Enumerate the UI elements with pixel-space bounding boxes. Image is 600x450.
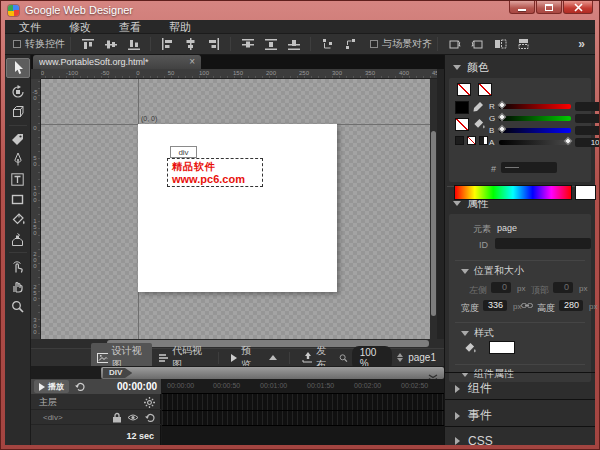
toolbar-overflow-button[interactable]: »: [578, 37, 585, 51]
color-spectrum-bar[interactable]: [454, 185, 572, 200]
breadcrumb-node-div[interactable]: DIV: [103, 368, 132, 378]
menu-edit[interactable]: 修改: [55, 20, 105, 34]
color-panel-header[interactable]: 颜色: [445, 55, 595, 78]
slider-thumb[interactable]: [498, 124, 506, 132]
distribute-bottom-icon[interactable]: [282, 36, 305, 53]
timeline-frames[interactable]: [162, 394, 444, 426]
page-indicator[interactable]: page1: [408, 352, 436, 363]
layer-row-main[interactable]: 主层: [31, 396, 161, 410]
close-button[interactable]: [563, 1, 593, 14]
shape-tool[interactable]: [6, 189, 30, 209]
eye-icon[interactable]: [127, 413, 139, 422]
width-value[interactable]: 336: [483, 300, 507, 311]
no-color-swatch-2[interactable]: [478, 83, 492, 96]
channel-value[interactable]: 0: [575, 126, 600, 135]
origin-label: (0, 0): [141, 115, 157, 122]
height-value[interactable]: 280: [559, 300, 583, 311]
css-panel-header[interactable]: CSS: [445, 426, 595, 450]
slider-thumb[interactable]: [498, 100, 506, 108]
zoom-stepper[interactable]: [397, 353, 403, 362]
top-value[interactable]: 0: [553, 282, 573, 293]
document-area: www.PortableSoft.org.html* × -150 -100 -…: [31, 55, 444, 445]
flip-vertical-icon[interactable]: [512, 36, 535, 53]
menu-file[interactable]: 文件: [5, 20, 55, 34]
3d-rotate-tool[interactable]: [6, 82, 30, 102]
maximize-button[interactable]: [536, 1, 562, 14]
minimize-button[interactable]: [509, 1, 535, 14]
tab-title: www.PortableSoft.org.html*: [39, 57, 185, 67]
time-tick: 00:01:50: [307, 382, 334, 389]
align-bottom-icon[interactable]: [122, 36, 145, 53]
stepper-up-icon[interactable]: [397, 353, 403, 357]
fill-color-swatch[interactable]: [455, 118, 469, 131]
selection-tool[interactable]: [6, 58, 30, 78]
layer-loop-icon[interactable]: [144, 413, 156, 423]
3d-translate-tool[interactable]: [6, 102, 30, 122]
flip-horizontal-icon[interactable]: [489, 36, 512, 53]
white-swatch[interactable]: [575, 185, 596, 200]
paint-bucket-tool[interactable]: [6, 209, 30, 229]
layer-row-div[interactable]: <div>: [31, 411, 161, 425]
align-left-icon[interactable]: [156, 36, 179, 53]
stepper-down-icon[interactable]: [397, 358, 403, 362]
zoom-tool[interactable]: [6, 296, 30, 316]
color-mode-none-icon[interactable]: [467, 136, 476, 145]
gear-icon[interactable]: [144, 397, 155, 408]
tab-close-icon[interactable]: ×: [189, 57, 195, 67]
timeline-ruler[interactable]: 00:00:00 00:00:50 00:01:00 00:01:50 00:0…: [162, 379, 444, 394]
distribute-horizontal-icon[interactable]: [316, 36, 339, 53]
time-tick: 00:02:00: [354, 382, 381, 389]
vertical-scrollbar[interactable]: [430, 79, 437, 339]
channel-value[interactable]: 100: [575, 138, 600, 147]
style-header[interactable]: 样式: [461, 326, 494, 340]
align-center-icon[interactable]: [179, 36, 202, 53]
selected-div-element[interactable]: 精品软件 www.pc6.com: [167, 158, 263, 187]
align-middle-icon[interactable]: [99, 36, 122, 53]
background-color-swatch[interactable]: [489, 341, 515, 354]
id-input[interactable]: [495, 238, 591, 249]
channel-value[interactable]: 0: [575, 114, 600, 123]
lock-icon[interactable]: [112, 412, 122, 423]
ruler-tick: 50: [168, 70, 175, 76]
channel-value[interactable]: 0: [575, 102, 600, 111]
align-top-icon[interactable]: [76, 36, 99, 53]
gesture-tool[interactable]: [6, 256, 30, 276]
stroke-color-swatch[interactable]: [455, 101, 469, 114]
menu-help[interactable]: 帮助: [155, 20, 205, 34]
distribute-top-icon[interactable]: [236, 36, 259, 53]
green-slider[interactable]: [499, 116, 571, 121]
text-tool[interactable]: [6, 169, 30, 189]
vertical-scrollbar-thumb[interactable]: [431, 131, 436, 316]
align-to-scene-checkbox[interactable]: [370, 40, 378, 48]
color-mode-split-icon[interactable]: [479, 136, 488, 145]
color-mode-solid-icon[interactable]: [455, 136, 464, 145]
distribute-vertical-icon[interactable]: [339, 36, 362, 53]
blue-slider[interactable]: [499, 128, 571, 133]
slider-thumb[interactable]: [564, 136, 572, 144]
position-size-header[interactable]: 位置和大小: [461, 264, 524, 278]
ink-bottle-tool[interactable]: [6, 229, 30, 249]
distribute-middle-icon[interactable]: [259, 36, 282, 53]
hand-tool[interactable]: [6, 276, 30, 296]
red-slider[interactable]: [499, 104, 571, 109]
slider-thumb[interactable]: [498, 112, 506, 120]
transform-controls-checkbox[interactable]: [13, 40, 21, 48]
loop-playback-icon[interactable]: [74, 382, 86, 392]
artboard[interactable]: div 精品软件 www.pc6.com: [138, 124, 337, 292]
app-content: 文件 修改 查看 帮助 转换控件 与场景对齐: [5, 20, 595, 445]
document-tab[interactable]: www.PortableSoft.org.html* ×: [33, 55, 201, 69]
play-button[interactable]: 播放: [34, 380, 69, 393]
alpha-slider[interactable]: [499, 140, 571, 145]
link-dimensions-icon[interactable]: [521, 301, 533, 310]
rotate-left-icon[interactable]: [443, 36, 466, 53]
no-color-swatch-1[interactable]: [457, 83, 471, 96]
gesture-icon: [11, 260, 24, 273]
left-value[interactable]: 0: [491, 282, 511, 293]
tag-tool[interactable]: [6, 129, 30, 149]
hex-color-input[interactable]: [501, 162, 557, 173]
preview-dropdown-button[interactable]: [263, 354, 283, 361]
menu-view[interactable]: 查看: [105, 20, 155, 34]
align-right-icon[interactable]: [202, 36, 225, 53]
rotate-right-icon[interactable]: [466, 36, 489, 53]
pen-tool[interactable]: [6, 149, 30, 169]
